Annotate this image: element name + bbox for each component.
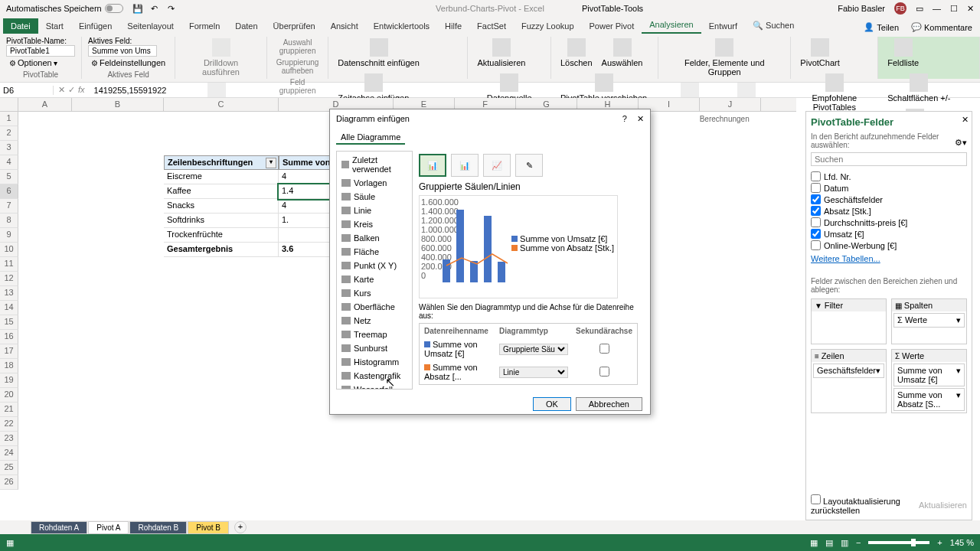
pt-name-input[interactable]: [6, 45, 75, 57]
chart-type-histogramm[interactable]: Histogramm: [338, 355, 410, 369]
comments-button[interactable]: 💬 Kommentare: [906, 21, 977, 34]
row-header-18[interactable]: 18: [0, 359, 18, 373]
row-header-21[interactable]: 21: [0, 403, 18, 417]
series-type-1[interactable]: Gruppierte Säulen: [499, 344, 568, 355]
row-header-14[interactable]: 14: [0, 301, 18, 315]
view-pagebreak-icon[interactable]: ▥: [841, 538, 848, 548]
chart-type-punktxy[interactable]: Punkt (X Y): [338, 259, 410, 272]
row-header-20[interactable]: 20: [0, 388, 18, 403]
row-area-item[interactable]: Geschäftsfelder▾: [813, 364, 884, 378]
tab-suchen[interactable]: 🔍 Suchen: [745, 18, 802, 34]
pivotchart-button[interactable]: PivotChart: [797, 37, 842, 69]
tab-seitenlayout[interactable]: Seitenlayout: [119, 18, 181, 34]
select-button[interactable]: Auswählen: [599, 37, 646, 69]
row-header-17[interactable]: 17: [0, 344, 18, 359]
field-onlinewerbung[interactable]: Online-Werbung [€]: [811, 240, 967, 251]
row-header-13[interactable]: 13: [0, 286, 18, 301]
chart-type-oberflche[interactable]: Oberfläche: [338, 300, 410, 314]
select-all-corner[interactable]: [0, 98, 18, 111]
tab-powerpivot[interactable]: Power Pivot: [582, 18, 642, 34]
field-absatzstk[interactable]: Absatz [Stk.]: [811, 205, 967, 217]
share-button[interactable]: 👤 Teilen: [859, 21, 903, 34]
chart-type-kastengrafik[interactable]: Kastengrafik: [338, 369, 410, 383]
field-datum[interactable]: Datum: [811, 182, 967, 194]
sheet-tab-pivot-a[interactable]: Pivot A: [88, 521, 129, 534]
chart-type-karte[interactable]: Karte: [338, 272, 410, 286]
cancel-formula-icon[interactable]: ✕: [58, 85, 65, 95]
tab-entwurf[interactable]: Entwurf: [701, 18, 745, 34]
minimize-icon[interactable]: —: [933, 4, 941, 13]
row-header-15[interactable]: 15: [0, 315, 18, 330]
col-header-C[interactable]: C: [164, 98, 279, 111]
field-settings-button[interactable]: ⚙ Feldeinstellungen: [88, 57, 168, 69]
row-header-16[interactable]: 16: [0, 330, 18, 344]
clear-button[interactable]: Löschen: [557, 37, 596, 69]
sheet-tab-rohdaten-a[interactable]: Rohdaten A: [31, 521, 87, 534]
row-header-6[interactable]: 6: [0, 184, 18, 199]
cell-C9[interactable]: Trockenfrüchte: [164, 228, 279, 243]
cell-C8[interactable]: Softdrinks: [164, 214, 279, 228]
zoom-slider[interactable]: [868, 541, 929, 544]
fx-icon[interactable]: fx: [78, 85, 85, 95]
col-area-item[interactable]: Σ Werte▾: [893, 313, 965, 328]
tab-hilfe[interactable]: Hilfe: [437, 18, 469, 34]
cancel-button[interactable]: Abbrechen: [576, 397, 642, 411]
refresh-button[interactable]: Aktualisieren: [474, 37, 528, 69]
col-header-A[interactable]: A: [18, 98, 72, 111]
series-type-2[interactable]: Linie: [499, 367, 568, 378]
save-icon[interactable]: 💾: [132, 3, 143, 14]
row-header-2[interactable]: 2: [0, 126, 18, 141]
chart-type-flche[interactable]: Fläche: [338, 245, 410, 259]
slicer-button[interactable]: Datenschnitt einfügen: [335, 37, 422, 69]
tab-fuzzylookup[interactable]: Fuzzy Lookup: [514, 18, 581, 34]
row-header-12[interactable]: 12: [0, 272, 18, 286]
row-header-23[interactable]: 23: [0, 432, 18, 446]
chart-type-zuletztverwendet[interactable]: Zuletzt verwendet: [338, 153, 410, 176]
close-icon[interactable]: ✕: [967, 4, 974, 14]
tab-daten[interactable]: Daten: [227, 18, 265, 34]
tab-ansicht[interactable]: Ansicht: [323, 18, 366, 34]
chart-type-balken[interactable]: Balken: [338, 231, 410, 245]
row-header-19[interactable]: 19: [0, 373, 18, 388]
ok-button[interactable]: OK: [533, 397, 571, 411]
val-area-item-1[interactable]: Summe von Umsatz [€]▾: [893, 364, 965, 386]
maximize-icon[interactable]: ☐: [950, 4, 958, 14]
chart-type-sule[interactable]: Säule: [338, 190, 410, 204]
add-sheet-button[interactable]: +: [234, 521, 247, 533]
dialog-help-icon[interactable]: ?: [622, 114, 627, 123]
view-pagelayout-icon[interactable]: ▤: [825, 538, 833, 548]
field-search-input[interactable]: [811, 152, 967, 166]
row-header-10[interactable]: 10: [0, 243, 18, 257]
tab-all-charts[interactable]: Alle Diagramme: [336, 131, 405, 145]
field-umsatz[interactable]: Umsatz [€]: [811, 228, 967, 240]
pt-options-button[interactable]: ⚙ Optionen ▾: [6, 57, 75, 69]
tab-analysieren[interactable]: Analysieren: [642, 17, 701, 34]
fields-items-button[interactable]: Felder, Elemente und Gruppen: [665, 37, 784, 78]
subtype-clustered-col-line[interactable]: 📊: [419, 154, 446, 177]
zoom-out-icon[interactable]: −: [856, 538, 861, 547]
cell-C10[interactable]: Gesamtergebnis: [164, 243, 279, 257]
tab-ueberpruefen[interactable]: Überprüfen: [266, 18, 323, 34]
pane-settings-icon[interactable]: ⚙▾: [955, 138, 967, 148]
row-header-1[interactable]: 1: [0, 112, 18, 126]
redo-icon[interactable]: ↷: [166, 3, 177, 14]
row-header-9[interactable]: 9: [0, 228, 18, 243]
cell-C6[interactable]: Kaffee: [164, 184, 279, 199]
defer-layout-checkbox[interactable]: Layoutaktualisierung zurückstellen: [811, 494, 919, 515]
active-field-input[interactable]: [88, 45, 157, 57]
cell-C7[interactable]: Snacks: [164, 199, 279, 214]
name-box[interactable]: D6: [0, 86, 54, 95]
chart-type-vorlagen[interactable]: Vorlagen: [338, 176, 410, 190]
row-header-25[interactable]: 25: [0, 461, 18, 475]
cell-C4[interactable]: Zeilenbeschriftungen▾: [164, 155, 279, 170]
tab-entwicklertools[interactable]: Entwicklertools: [366, 18, 437, 34]
field-lfdnr[interactable]: Lfd. Nr.: [811, 171, 967, 182]
undo-icon[interactable]: ↶: [149, 3, 160, 14]
row-header-5[interactable]: 5: [0, 170, 18, 184]
subtype-custom[interactable]: ✎: [515, 154, 543, 177]
series-secondary-2[interactable]: [599, 367, 609, 377]
tab-start[interactable]: Start: [38, 18, 71, 34]
chart-type-wasserfall[interactable]: Wasserfall: [338, 383, 410, 390]
sheet-tab-rohdaten-b[interactable]: Rohdaten B: [129, 521, 187, 534]
fieldlist-button[interactable]: Feldliste: [884, 37, 922, 69]
